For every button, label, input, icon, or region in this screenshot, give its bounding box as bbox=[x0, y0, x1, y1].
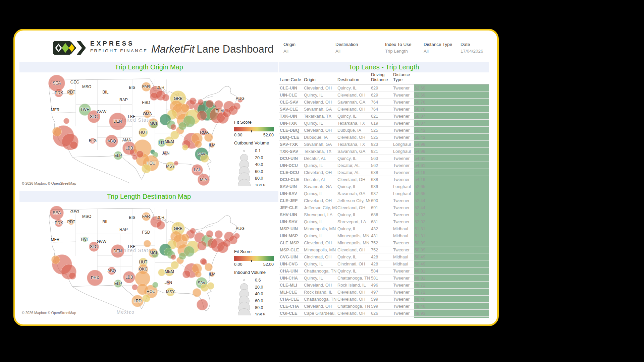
map-bubble[interactable] bbox=[215, 230, 223, 238]
column-header[interactable]: Destination bbox=[337, 72, 370, 84]
table-row[interactable]: UIN-DCUQuincy, ILDecatur, AL562Tweener54… bbox=[279, 162, 489, 169]
column-header[interactable]: Driving Distance bbox=[370, 72, 392, 84]
table-row[interactable]: CVG-UINCincinnati, OHQuincy, IL428Midhau… bbox=[279, 253, 489, 260]
map-bubble[interactable] bbox=[234, 233, 240, 239]
table-row[interactable]: CLE-UINCleveland, OHQuincy, IL629Tweener… bbox=[279, 84, 489, 92]
lane-cell: Midhaul bbox=[392, 253, 414, 260]
table-row[interactable]: CLE-CHACleveland, OHChattanooga, TN599Tw… bbox=[279, 303, 489, 310]
map-bubble[interactable] bbox=[152, 282, 158, 288]
column-header[interactable]: Lane Code bbox=[279, 72, 303, 84]
map-bubble[interactable] bbox=[189, 98, 197, 105]
table-row[interactable]: SAV-CLESavannah, GACleveland, OH764Tween… bbox=[279, 106, 489, 113]
top-lanes-table-container[interactable]: Lane CodeOriginDestinationDriving Distan… bbox=[279, 72, 489, 318]
table-row[interactable]: MLI-CLERock Island, ILCleveland, OH497Tw… bbox=[279, 289, 489, 296]
map-bubble[interactable] bbox=[206, 230, 213, 238]
lane-cell: 432 bbox=[370, 225, 392, 232]
lane-cell: 923 bbox=[370, 141, 392, 148]
map-bubble[interactable] bbox=[181, 104, 190, 112]
table-row[interactable]: TXK-UINTexarkana, TXQuincy, IL621Tweener… bbox=[279, 113, 489, 120]
table-row[interactable]: DCU-CLEDecatur, ALCleveland, OH638Tweene… bbox=[279, 176, 489, 183]
table-row[interactable]: CHA-CLEChattanooga, TNCleveland, OH599Tw… bbox=[279, 296, 489, 303]
map-bubble[interactable] bbox=[205, 263, 213, 271]
filter-index-to-use[interactable]: Index To Use Trip Length bbox=[385, 42, 422, 54]
map-bubble[interactable] bbox=[195, 140, 202, 148]
table-row[interactable]: MSP-UINMinneapolis, MNQuincy, IL432Midha… bbox=[279, 225, 489, 232]
map-bubble[interactable] bbox=[51, 255, 60, 264]
map-bubble[interactable] bbox=[182, 144, 188, 150]
column-header[interactable] bbox=[414, 72, 489, 84]
map-bubble[interactable] bbox=[198, 99, 204, 105]
map-bubble[interactable] bbox=[223, 239, 231, 247]
map-bubble[interactable] bbox=[158, 269, 165, 276]
lane-cell: Tweener bbox=[392, 246, 414, 253]
map-bubble[interactable] bbox=[207, 282, 214, 290]
map-bubble[interactable] bbox=[132, 284, 138, 290]
city-label: LIT bbox=[159, 140, 164, 145]
table-row[interactable]: MSP-CLEMinneapolis, MNCleveland, OH752Tw… bbox=[279, 246, 489, 253]
table-row[interactable]: SAV-UINSavannah, GAQuincy, IL939Longhaul… bbox=[279, 183, 489, 190]
filter-distance-type[interactable]: Distance Type All bbox=[424, 42, 459, 54]
map-bubble[interactable] bbox=[197, 111, 207, 121]
map-bubble[interactable] bbox=[69, 272, 76, 280]
table-row[interactable]: CLE-CGICleveland, OHCape Girardeau, MO62… bbox=[279, 317, 489, 318]
filter-destination[interactable]: Destination All bbox=[335, 42, 386, 54]
filter-index-to-use-value[interactable]: Trip Length bbox=[385, 49, 422, 54]
table-row[interactable]: CLE-DCUCleveland, OHDecatur, AL638Tweene… bbox=[279, 169, 489, 176]
table-row[interactable]: CLE-SAVCleveland, OHSavannah, GA764Tween… bbox=[279, 99, 489, 106]
table-row[interactable]: DCU-UINDecatur, ALQuincy, IL563Tweener54… bbox=[279, 155, 489, 162]
map-bubble[interactable] bbox=[170, 124, 176, 130]
column-header[interactable]: Origin bbox=[303, 72, 337, 84]
table-row[interactable]: CGI-CLECape Girardeau, MOCleveland, OH62… bbox=[279, 310, 489, 317]
table-row[interactable]: SHV-UINShreveport, LAQuincy, IL686Tweene… bbox=[279, 211, 489, 218]
map-bubble[interactable] bbox=[132, 155, 138, 160]
map-bubble[interactable] bbox=[197, 241, 207, 250]
column-header[interactable]: Distance Type bbox=[392, 72, 414, 84]
table-row[interactable]: JEF-CLEJefferson City, MOCleveland, OH69… bbox=[279, 204, 489, 211]
map-bubble[interactable] bbox=[156, 221, 165, 230]
table-row[interactable]: UIN-CVGQuincy, ILCincinnati, OH428Midhau… bbox=[279, 260, 489, 267]
table-row[interactable]: SAV-TXKSavannah, GATexarkana, TX923Longh… bbox=[279, 141, 489, 148]
map-bubble[interactable] bbox=[142, 294, 150, 302]
map-bubble[interactable] bbox=[162, 94, 169, 101]
map-bubble[interactable] bbox=[144, 240, 151, 247]
table-row[interactable]: UIN-SAVQuincy, ILSavannah, GA937Longhaul… bbox=[279, 190, 489, 197]
table-row[interactable]: CLE-JEFCleveland, OHJefferson City, MO69… bbox=[279, 197, 489, 204]
fit-score-tick bbox=[251, 260, 252, 262]
origin-map[interactable]: United StatesSEAGEGMSOBILPDXPDTMFRTWFGVW… bbox=[19, 73, 278, 186]
map-bubble[interactable] bbox=[181, 234, 189, 242]
filter-origin[interactable]: Origin All bbox=[283, 42, 334, 54]
map-bubble[interactable] bbox=[179, 252, 186, 260]
map-bubble[interactable] bbox=[70, 141, 78, 149]
table-row[interactable]: CLE-MSPCleveland, OHMinneapolis, MN752Tw… bbox=[279, 239, 489, 246]
map-bubble[interactable] bbox=[195, 271, 202, 278]
map-bubble[interactable] bbox=[178, 122, 186, 130]
table-row[interactable]: CLE-MLICleveland, OHRock Island, IL496Tw… bbox=[279, 282, 489, 289]
table-row[interactable]: UIN-SHVQuincy, ILShreveport, LA681Tweene… bbox=[279, 218, 489, 225]
map-bubble[interactable] bbox=[200, 258, 207, 265]
lane-cell: Tweener bbox=[392, 155, 414, 162]
table-row[interactable]: UIN-TXKQuincy, ILTexarkana, TX619Tweener… bbox=[279, 120, 489, 127]
table-row[interactable]: UIN-CHAQuincy, ILChattanooga, TN581Tween… bbox=[279, 275, 489, 282]
table-row[interactable]: CLE-DBQCleveland, OHDubuque, IA525Tweene… bbox=[279, 127, 489, 134]
map-bubble[interactable] bbox=[190, 228, 196, 234]
lane-cell: 497 bbox=[370, 289, 392, 296]
map-bubble[interactable] bbox=[197, 299, 208, 310]
table-row[interactable]: CHA-UINChattanooga, TNQuincy, IL584Tween… bbox=[279, 267, 489, 275]
map-bubble[interactable] bbox=[206, 100, 214, 108]
filter-date-value[interactable]: 17/04/2026 bbox=[461, 49, 494, 54]
map-bubble[interactable] bbox=[171, 254, 176, 260]
table-row[interactable]: UIN-CLEQuincy, ILCleveland, OH629Tweener… bbox=[279, 92, 489, 99]
filter-destination-value[interactable]: All bbox=[335, 49, 386, 54]
map-bubble[interactable] bbox=[63, 118, 69, 124]
filter-origin-value[interactable]: All bbox=[283, 49, 334, 54]
map-bubble[interactable] bbox=[233, 103, 240, 110]
table-row[interactable]: TXK-SAVTexarkana, TXSavannah, GA921Longh… bbox=[279, 148, 489, 155]
table-row[interactable]: UIN-MSPQuincy, ILMinneapolis, MN431Midha… bbox=[279, 232, 489, 239]
destination-map[interactable]: United StatesMexicoSEAGEGMSOBILPDXPDTMFR… bbox=[19, 202, 278, 315]
map-bubble[interactable] bbox=[52, 127, 62, 136]
map-bubble[interactable] bbox=[193, 288, 201, 297]
filter-date[interactable]: Date 17/04/2026 bbox=[461, 42, 494, 54]
filter-distance-type-value[interactable]: All bbox=[424, 49, 459, 54]
table-row[interactable]: DBQ-CLEDubuque, IACleveland, OH525Tweene… bbox=[279, 134, 489, 141]
map-bubble[interactable] bbox=[182, 270, 191, 278]
